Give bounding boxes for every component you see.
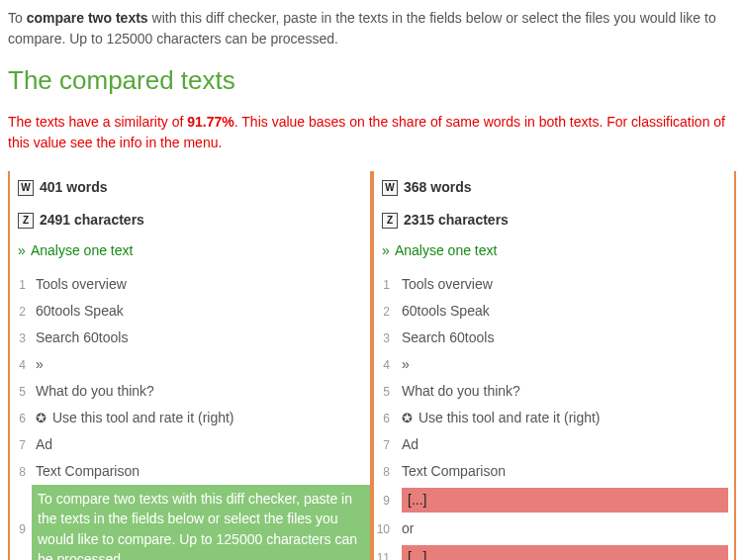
line-number: 6: [10, 410, 32, 427]
line-text: What do you think?: [396, 378, 734, 405]
line-text: Tools overview: [32, 271, 370, 298]
diff-line: 7Ad: [374, 431, 734, 458]
right-chars-row: Z 2315 characters: [374, 204, 734, 236]
line-number: 3: [10, 329, 32, 347]
line-number: 10: [374, 520, 396, 538]
diff-line: 4»: [374, 351, 734, 378]
line-number: 1: [10, 276, 32, 294]
words-icon: W: [382, 180, 398, 196]
analyse-link-text[interactable]: Analyse one text: [31, 242, 134, 258]
line-text: »: [396, 351, 734, 378]
arrows-icon: »: [18, 242, 26, 258]
diff-line-highlight: 9To compare two texts with this diff che…: [10, 485, 370, 560]
line-text: Ad: [32, 431, 370, 458]
analyse-link-text[interactable]: Analyse one text: [395, 242, 498, 258]
line-text: 60tools Speak: [32, 298, 370, 325]
intro-text: To compare two texts with this diff chec…: [8, 8, 736, 49]
right-analyse-link[interactable]: » Analyse one text: [374, 236, 734, 271]
line-number: 1: [374, 276, 396, 294]
diff-line: 5What do you think?: [10, 378, 370, 405]
diff-line: 8Text Comparison: [10, 458, 370, 485]
line-number: 6: [374, 410, 396, 427]
line-number: 2: [374, 303, 396, 321]
line-number: 4: [374, 356, 396, 374]
left-lines: 1Tools overview260tools Speak3Search 60t…: [10, 271, 370, 560]
line-text: Text Comparison: [32, 458, 370, 485]
right-words-count: 368 words: [404, 177, 471, 198]
line-text: [...]: [396, 485, 734, 515]
chars-icon: Z: [382, 213, 398, 229]
arrows-icon: »: [382, 242, 390, 258]
right-column: W 368 words Z 2315 characters » Analyse …: [372, 171, 736, 560]
diff-line: 260tools Speak: [10, 298, 370, 325]
diff-line: 4»: [10, 351, 370, 378]
line-number: 7: [374, 436, 396, 454]
line-number: 3: [374, 329, 396, 347]
line-text: To compare two texts with this diff chec…: [32, 485, 370, 560]
line-text: Tools overview: [396, 271, 734, 298]
intro-prefix: To: [8, 10, 27, 26]
left-column: W 401 words Z 2491 characters » Analyse …: [8, 171, 372, 560]
diff-line: 10or: [374, 515, 734, 542]
diff-line: 7Ad: [10, 431, 370, 458]
line-text: Search 60tools: [396, 325, 734, 351]
line-number: 4: [10, 356, 32, 374]
diff-line-highlight: 11[...]: [374, 542, 734, 560]
left-words-count: 401 words: [40, 177, 107, 198]
line-number: 5: [374, 383, 396, 401]
diff-line: 6✪ Use this tool and rate it (right): [374, 405, 734, 431]
diff-columns: W 401 words Z 2491 characters » Analyse …: [8, 171, 736, 560]
left-analyse-link[interactable]: » Analyse one text: [10, 236, 370, 271]
gear-icon: ✪: [36, 409, 46, 428]
diff-line: 1Tools overview: [10, 271, 370, 298]
diff-line: 5What do you think?: [374, 378, 734, 405]
gear-icon: ✪: [402, 409, 413, 428]
line-number: 9: [10, 520, 32, 538]
similarity-text: The texts have a similarity of 91.77%. T…: [8, 112, 736, 153]
diff-removed-marker: [...]: [402, 545, 728, 560]
line-text: ✪ Use this tool and rate it (right): [32, 405, 370, 431]
line-text: ✪ Use this tool and rate it (right): [396, 405, 734, 431]
line-number: 2: [10, 303, 32, 321]
intro-bold: compare two texts: [27, 10, 148, 26]
diff-line: 1Tools overview: [374, 271, 734, 298]
diff-line: 6✪ Use this tool and rate it (right): [10, 405, 370, 431]
chars-icon: Z: [18, 213, 34, 229]
line-number: 8: [374, 463, 396, 481]
left-chars-row: Z 2491 characters: [10, 204, 370, 236]
line-text: Search 60tools: [32, 325, 370, 351]
left-words-row: W 401 words: [10, 171, 370, 204]
line-text: or: [396, 515, 734, 542]
diff-line: 3Search 60tools: [374, 325, 734, 351]
line-number: 5: [10, 383, 32, 401]
diff-line: 260tools Speak: [374, 298, 734, 325]
line-number: 8: [10, 463, 32, 481]
words-icon: W: [18, 180, 34, 196]
line-text: 60tools Speak: [396, 298, 734, 325]
diff-removed-marker: [...]: [402, 488, 728, 513]
line-number: 11: [374, 549, 396, 561]
line-number: 7: [10, 436, 32, 454]
right-words-row: W 368 words: [374, 171, 734, 204]
line-text: Ad: [396, 431, 734, 458]
similarity-value: 91.77%: [187, 114, 233, 130]
left-chars-count: 2491 characters: [40, 210, 144, 231]
line-text: »: [32, 351, 370, 378]
section-heading: The compared texts: [8, 61, 736, 100]
line-text: What do you think?: [32, 378, 370, 405]
similarity-prefix: The texts have a similarity of: [8, 114, 187, 130]
right-chars-count: 2315 characters: [404, 210, 509, 231]
line-text: Text Comparison: [396, 458, 734, 485]
diff-line: 8Text Comparison: [374, 458, 734, 485]
right-lines: 1Tools overview260tools Speak3Search 60t…: [374, 271, 734, 560]
line-number: 9: [374, 492, 396, 510]
diff-line-highlight: 9[...]: [374, 485, 734, 515]
diff-line: 3Search 60tools: [10, 325, 370, 351]
line-text: [...]: [396, 542, 734, 560]
